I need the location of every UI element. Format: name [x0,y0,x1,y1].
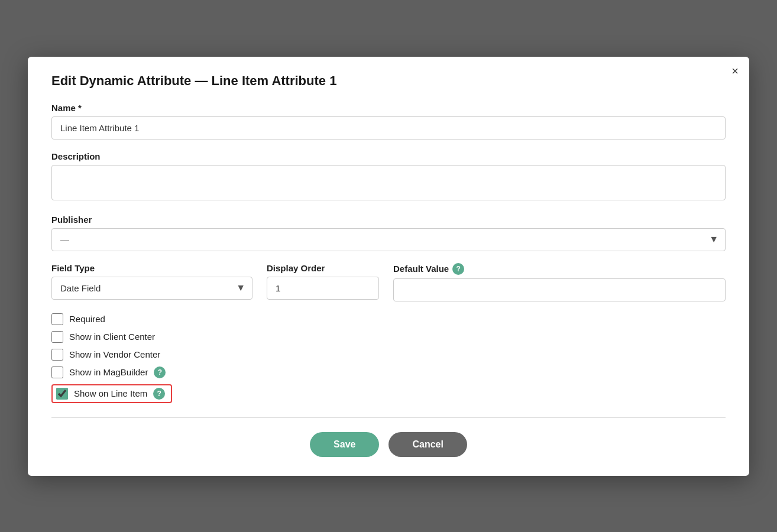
checkboxes-section: Required Show in Client Center Show in V… [51,313,726,403]
modal-footer: Save Cancel [51,432,726,457]
line-item-help-icon[interactable]: ? [153,388,165,400]
field-type-label: Field Type [51,263,252,273]
display-order-group: Display Order [267,263,379,301]
name-input[interactable] [51,116,726,140]
show-client-center-checkbox-item: Show in Client Center [51,331,726,343]
modal-title: Edit Dynamic Attribute — Line Item Attri… [51,73,726,89]
show-magbuilder-checkbox-item: Show in MagBuilder ? [51,366,726,378]
cancel-button[interactable]: Cancel [388,432,467,457]
show-in-client-center-checkbox[interactable] [51,331,63,343]
show-in-vendor-center-label: Show in Vendor Center [69,349,160,359]
required-checkbox-item: Required [51,313,726,325]
publisher-select-wrapper: — ▼ [51,228,726,251]
modal-dialog: × Edit Dynamic Attribute — Line Item Att… [28,57,749,476]
show-in-magbuilder-checkbox[interactable] [51,366,63,378]
publisher-select[interactable]: — [51,228,726,251]
default-value-input[interactable] [393,278,726,301]
default-value-group: Default Value ? [393,263,726,301]
display-order-input[interactable] [267,277,379,300]
field-type-select[interactable]: Date Field Text Field Number Field Check… [51,277,252,300]
publisher-label: Publisher [51,215,726,225]
show-in-client-center-label: Show in Client Center [69,332,155,342]
description-input[interactable] [51,165,726,200]
field-row: Field Type Date Field Text Field Number … [51,263,726,301]
name-label: Name * [51,103,726,113]
required-label: Required [69,314,105,324]
magbuilder-help-icon[interactable]: ? [154,366,166,378]
field-type-group: Field Type Date Field Text Field Number … [51,263,252,301]
default-value-label-wrapper: Default Value ? [393,263,726,275]
save-button[interactable]: Save [310,432,379,457]
modal-overlay: × Edit Dynamic Attribute — Line Item Att… [0,0,777,532]
close-button[interactable]: × [731,65,739,77]
show-vendor-center-checkbox-item: Show in Vendor Center [51,349,726,361]
show-in-magbuilder-label: Show in MagBuilder [69,367,148,377]
show-on-line-item-label: Show on Line Item [74,388,147,398]
show-line-item-highlight-wrapper: Show on Line Item ? [51,384,172,403]
display-order-label: Display Order [267,263,379,273]
default-value-label: Default Value [393,264,449,274]
show-on-line-item-checkbox[interactable] [56,388,68,400]
modal-divider [51,417,726,418]
description-field-group: Description [51,151,726,203]
default-value-help-icon[interactable]: ? [452,263,464,275]
name-field-group: Name * [51,103,726,140]
description-label: Description [51,151,726,161]
required-checkbox[interactable] [51,313,63,325]
show-in-vendor-center-checkbox[interactable] [51,349,63,361]
publisher-field-group: Publisher — ▼ [51,215,726,251]
field-type-select-wrapper: Date Field Text Field Number Field Check… [51,277,252,300]
show-line-item-checkbox-item: Show on Line Item ? [51,384,726,403]
